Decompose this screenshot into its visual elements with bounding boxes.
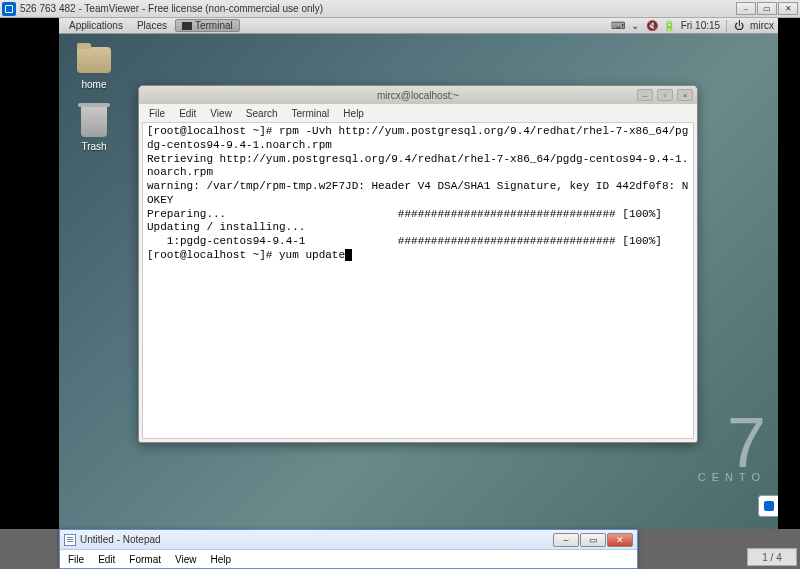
notepad-menu-format[interactable]: Format (123, 553, 167, 566)
teamviewer-icon (2, 2, 16, 16)
notepad-titlebar[interactable]: Untitled - Notepad – ▭ ✕ (60, 530, 637, 550)
teamviewer-titlebar: 526 763 482 - TeamViewer - Free license … (0, 0, 800, 18)
notepad-minimize-button[interactable]: – (553, 533, 579, 547)
taskbar-terminal[interactable]: Terminal (175, 19, 240, 32)
terminal-window: mircx@localhost:~ – ▫ × File Edit View S… (138, 85, 698, 443)
gnome-panel: Applications Places Terminal ⌨ ⌄ 🔇 🔋 Fri… (59, 18, 778, 34)
centos-version: 7 (698, 415, 766, 471)
terminal-line-0: [root@localhost ~]# rpm -Uvh http://yum.… (147, 125, 688, 151)
volume-off-icon[interactable]: 🔇 (647, 20, 658, 31)
taskbar-terminal-label: Terminal (195, 20, 233, 31)
centos-label: CENTO (698, 471, 766, 483)
notepad-menu-file[interactable]: File (62, 553, 90, 566)
terminal-task-icon (182, 22, 192, 30)
teamviewer-title: 526 763 482 - TeamViewer - Free license … (20, 3, 323, 14)
battery-icon[interactable]: 🔋 (664, 20, 675, 31)
letterbox-right (778, 18, 800, 529)
terminal-titlebar[interactable]: mircx@localhost:~ – ▫ × (139, 86, 697, 104)
centos-watermark: 7 CENTO (698, 415, 766, 483)
terminal-line-4: Updating / installing... (147, 221, 305, 233)
terminal-line-6: [root@localhost ~]# yum update (147, 249, 345, 261)
terminal-menu-search[interactable]: Search (240, 107, 284, 120)
maximize-button[interactable]: ▭ (757, 2, 777, 15)
notepad-maximize-button[interactable]: ▭ (580, 533, 606, 547)
page-indicator: 1 / 4 (747, 548, 797, 566)
terminal-menu-view[interactable]: View (204, 107, 238, 120)
folder-icon (77, 47, 111, 73)
terminal-title: mircx@localhost:~ (377, 90, 459, 101)
teamviewer-side-tab[interactable] (758, 495, 778, 517)
letterbox-left (0, 18, 59, 529)
notepad-menubar: File Edit Format View Help (60, 550, 637, 568)
terminal-menu-help[interactable]: Help (337, 107, 370, 120)
notepad-close-button[interactable]: ✕ (607, 533, 633, 547)
close-button[interactable]: ✕ (778, 2, 798, 15)
terminal-menu-file[interactable]: File (143, 107, 171, 120)
power-icon[interactable]: ⏻ (733, 20, 744, 31)
separator (726, 20, 727, 32)
terminal-line-3: Preparing... ###########################… (147, 208, 662, 220)
terminal-menu-edit[interactable]: Edit (173, 107, 202, 120)
terminal-cursor (345, 249, 352, 261)
terminal-maximize-button[interactable]: ▫ (657, 89, 673, 101)
trash-desktop-icon[interactable]: Trash (75, 106, 113, 152)
caret-down-icon[interactable]: ⌄ (630, 20, 641, 31)
terminal-close-button[interactable]: × (677, 89, 693, 101)
notepad-menu-help[interactable]: Help (205, 553, 238, 566)
terminal-line-5: 1:pgdg-centos94-9.4-1 ##################… (147, 235, 662, 247)
keyboard-icon[interactable]: ⌨ (613, 20, 624, 31)
applications-menu[interactable]: Applications (63, 19, 129, 32)
remote-desktop: Applications Places Terminal ⌨ ⌄ 🔇 🔋 Fri… (59, 18, 778, 529)
notepad-menu-view[interactable]: View (169, 553, 203, 566)
terminal-menu-terminal[interactable]: Terminal (286, 107, 336, 120)
places-menu[interactable]: Places (131, 19, 173, 32)
minimize-button[interactable]: – (736, 2, 756, 15)
home-label: home (81, 79, 106, 90)
terminal-menubar: File Edit View Search Terminal Help (139, 104, 697, 122)
trash-icon (81, 107, 107, 137)
terminal-line-2: warning: /var/tmp/rpm-tmp.w2F7JD: Header… (147, 180, 688, 206)
terminal-body[interactable]: [root@localhost ~]# rpm -Uvh http://yum.… (142, 122, 694, 439)
notepad-menu-edit[interactable]: Edit (92, 553, 121, 566)
user-name[interactable]: mircx (750, 20, 774, 31)
terminal-line-1: Retrieving http://yum.postgresql.org/9.4… (147, 153, 688, 179)
notepad-title: Untitled - Notepad (80, 534, 161, 545)
clock[interactable]: Fri 10:15 (681, 20, 720, 31)
notepad-icon (64, 534, 76, 546)
notepad-window: Untitled - Notepad – ▭ ✕ File Edit Forma… (59, 529, 638, 569)
terminal-minimize-button[interactable]: – (637, 89, 653, 101)
trash-label: Trash (81, 141, 106, 152)
home-desktop-icon[interactable]: home (75, 44, 113, 90)
